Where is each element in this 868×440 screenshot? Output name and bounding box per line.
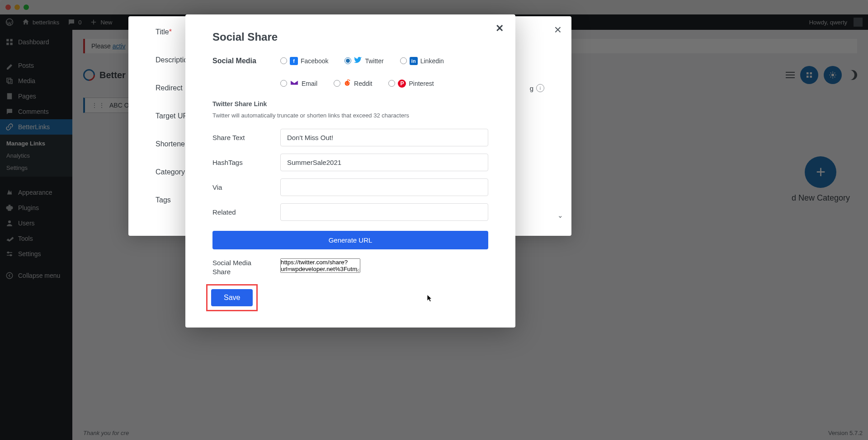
linkedin-icon: in xyxy=(410,57,418,65)
twitter-subdesc: Twitter will automatically truncate or s… xyxy=(212,112,488,119)
hashtags-label: HashTags xyxy=(212,159,267,166)
tracking-label: gi xyxy=(530,84,544,92)
facebook-icon: f xyxy=(290,57,298,65)
svg-point-18 xyxy=(346,83,347,84)
sharetext-label: Share Text xyxy=(212,134,267,141)
option-label: Reddit xyxy=(354,80,372,87)
related-input[interactable] xyxy=(280,203,488,221)
option-label: Twitter xyxy=(365,57,383,65)
via-input[interactable] xyxy=(280,178,488,196)
save-highlight: Save xyxy=(206,284,258,311)
cursor-icon xyxy=(425,294,434,305)
close-icon[interactable]: ✕ xyxy=(495,23,504,34)
option-label: Email xyxy=(302,80,317,87)
smshare-textarea[interactable]: https://twitter.com/share?url=wpdevelope… xyxy=(280,258,360,273)
option-email[interactable]: Email xyxy=(280,78,317,89)
email-icon xyxy=(290,78,299,89)
option-linkedin[interactable]: inLinkedin xyxy=(400,56,444,66)
option-pinterest[interactable]: PPinterest xyxy=(388,78,434,89)
info-icon[interactable]: i xyxy=(536,84,544,92)
radio-icon xyxy=(334,80,340,87)
reddit-icon xyxy=(343,79,351,88)
twitter-subheading: Twitter Share Link xyxy=(212,100,488,108)
pinterest-icon: P xyxy=(398,80,406,88)
smshare-label: Social Media Share xyxy=(212,258,267,276)
svg-point-19 xyxy=(348,83,349,84)
chevron-down-icon[interactable]: ⌄ xyxy=(557,211,563,220)
close-icon[interactable]: × xyxy=(554,23,561,37)
via-label: Via xyxy=(212,183,267,191)
radio-icon xyxy=(344,57,351,64)
generate-url-button[interactable]: Generate URL xyxy=(212,231,488,249)
option-label: Facebook xyxy=(301,57,328,65)
sharetext-input[interactable] xyxy=(280,129,488,146)
twitter-icon xyxy=(354,56,362,66)
social-media-label: Social Media xyxy=(212,56,258,65)
related-label: Related xyxy=(212,208,267,216)
option-label: Linkedin xyxy=(420,57,444,65)
radio-icon xyxy=(280,80,287,87)
save-button[interactable]: Save xyxy=(211,289,253,306)
option-twitter[interactable]: Twitter xyxy=(344,56,383,66)
social-media-options: fFacebook Twitter inLinkedin Email Reddi… xyxy=(280,56,488,89)
option-facebook[interactable]: fFacebook xyxy=(280,56,328,66)
radio-icon xyxy=(388,80,395,87)
svg-point-17 xyxy=(345,81,350,86)
option-reddit[interactable]: Reddit xyxy=(334,78,372,89)
hashtags-input[interactable] xyxy=(280,154,488,171)
radio-icon xyxy=(400,57,407,64)
radio-icon xyxy=(280,57,287,64)
modal-title: Social Share xyxy=(212,31,488,43)
social-share-modal: ✕ Social Share Social Media fFacebook Tw… xyxy=(185,14,515,328)
option-label: Pinterest xyxy=(409,80,434,87)
